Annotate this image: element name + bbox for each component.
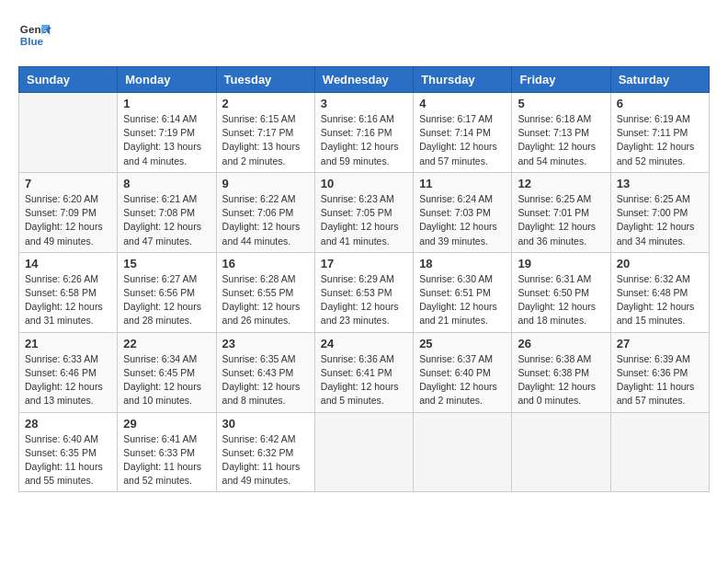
day-info: Sunrise: 6:38 AMSunset: 6:38 PMDaylight:… — [518, 352, 604, 408]
page-header: General Blue — [18, 18, 710, 52]
day-info: Sunrise: 6:34 AMSunset: 6:45 PMDaylight:… — [123, 352, 210, 408]
day-info: Sunrise: 6:26 AMSunset: 6:58 PMDaylight:… — [25, 272, 111, 328]
calendar-week-row: 7Sunrise: 6:20 AMSunset: 7:09 PMDaylight… — [19, 172, 710, 252]
day-info: Sunrise: 6:23 AMSunset: 7:05 PMDaylight:… — [321, 192, 407, 248]
day-number: 27 — [617, 337, 703, 350]
day-info: Sunrise: 6:21 AMSunset: 7:08 PMDaylight:… — [123, 192, 210, 248]
calendar-cell: 21Sunrise: 6:33 AMSunset: 6:46 PMDayligh… — [19, 332, 118, 412]
calendar-cell: 12Sunrise: 6:25 AMSunset: 7:01 PMDayligh… — [512, 172, 610, 252]
day-info: Sunrise: 6:25 AMSunset: 7:01 PMDaylight:… — [518, 192, 604, 248]
calendar-header-row: SundayMondayTuesdayWednesdayThursdayFrid… — [19, 67, 710, 93]
svg-text:Blue: Blue — [20, 35, 44, 47]
calendar-cell: 6Sunrise: 6:19 AMSunset: 7:11 PMDaylight… — [610, 93, 709, 173]
weekday-header: Friday — [512, 67, 610, 93]
day-number: 19 — [518, 257, 604, 270]
day-number: 13 — [617, 177, 703, 190]
calendar-week-row: 14Sunrise: 6:26 AMSunset: 6:58 PMDayligh… — [19, 252, 710, 332]
calendar-cell: 9Sunrise: 6:22 AMSunset: 7:06 PMDaylight… — [216, 172, 314, 252]
calendar-cell: 13Sunrise: 6:25 AMSunset: 7:00 PMDayligh… — [610, 172, 709, 252]
day-info: Sunrise: 6:31 AMSunset: 6:50 PMDaylight:… — [518, 272, 604, 328]
day-info: Sunrise: 6:28 AMSunset: 6:55 PMDaylight:… — [222, 272, 309, 328]
day-number: 8 — [123, 177, 210, 190]
day-info: Sunrise: 6:42 AMSunset: 6:32 PMDaylight:… — [222, 432, 309, 488]
day-info: Sunrise: 6:30 AMSunset: 6:51 PMDaylight:… — [419, 272, 506, 328]
day-number: 24 — [321, 337, 407, 350]
calendar-cell — [314, 412, 413, 492]
calendar-cell — [512, 412, 610, 492]
calendar-cell: 29Sunrise: 6:41 AMSunset: 6:33 PMDayligh… — [118, 412, 216, 492]
day-info: Sunrise: 6:36 AMSunset: 6:41 PMDaylight:… — [321, 352, 407, 408]
day-info: Sunrise: 6:24 AMSunset: 7:03 PMDaylight:… — [419, 192, 506, 248]
day-number: 9 — [222, 177, 309, 190]
calendar-cell: 15Sunrise: 6:27 AMSunset: 6:56 PMDayligh… — [118, 252, 216, 332]
logo: General Blue — [18, 18, 51, 52]
day-number: 3 — [321, 97, 407, 110]
day-number: 29 — [123, 417, 210, 431]
calendar-week-row: 1Sunrise: 6:14 AMSunset: 7:19 PMDaylight… — [19, 93, 710, 173]
calendar-cell: 19Sunrise: 6:31 AMSunset: 6:50 PMDayligh… — [512, 252, 610, 332]
day-number: 21 — [25, 337, 111, 350]
day-info: Sunrise: 6:37 AMSunset: 6:40 PMDaylight:… — [419, 352, 506, 408]
day-number: 18 — [419, 257, 506, 270]
calendar-cell: 20Sunrise: 6:32 AMSunset: 6:48 PMDayligh… — [610, 252, 709, 332]
day-info: Sunrise: 6:27 AMSunset: 6:56 PMDaylight:… — [123, 272, 210, 328]
calendar-cell — [414, 412, 512, 492]
calendar-cell: 4Sunrise: 6:17 AMSunset: 7:14 PMDaylight… — [414, 93, 512, 173]
day-number: 1 — [123, 97, 210, 110]
day-info: Sunrise: 6:17 AMSunset: 7:14 PMDaylight:… — [419, 112, 506, 168]
calendar-cell: 5Sunrise: 6:18 AMSunset: 7:13 PMDaylight… — [512, 93, 610, 173]
calendar-week-row: 28Sunrise: 6:40 AMSunset: 6:35 PMDayligh… — [19, 412, 710, 492]
day-number: 23 — [222, 337, 309, 350]
day-number: 28 — [25, 417, 111, 431]
calendar-cell: 26Sunrise: 6:38 AMSunset: 6:38 PMDayligh… — [512, 332, 610, 412]
calendar-cell — [610, 412, 709, 492]
day-info: Sunrise: 6:33 AMSunset: 6:46 PMDaylight:… — [25, 352, 111, 408]
calendar-cell: 10Sunrise: 6:23 AMSunset: 7:05 PMDayligh… — [314, 172, 413, 252]
day-number: 5 — [518, 97, 604, 110]
day-number: 15 — [123, 257, 210, 270]
weekday-header: Tuesday — [216, 67, 314, 93]
calendar-cell: 3Sunrise: 6:16 AMSunset: 7:16 PMDaylight… — [314, 93, 413, 173]
calendar-cell: 28Sunrise: 6:40 AMSunset: 6:35 PMDayligh… — [19, 412, 118, 492]
logo-icon: General Blue — [18, 18, 51, 52]
day-number: 12 — [518, 177, 604, 190]
calendar-cell: 1Sunrise: 6:14 AMSunset: 7:19 PMDaylight… — [118, 93, 216, 173]
day-info: Sunrise: 6:14 AMSunset: 7:19 PMDaylight:… — [123, 112, 210, 168]
day-info: Sunrise: 6:18 AMSunset: 7:13 PMDaylight:… — [518, 112, 604, 168]
calendar-cell: 23Sunrise: 6:35 AMSunset: 6:43 PMDayligh… — [216, 332, 314, 412]
day-number: 2 — [222, 97, 309, 110]
weekday-header: Monday — [118, 67, 216, 93]
calendar-cell: 24Sunrise: 6:36 AMSunset: 6:41 PMDayligh… — [314, 332, 413, 412]
calendar-cell: 30Sunrise: 6:42 AMSunset: 6:32 PMDayligh… — [216, 412, 314, 492]
calendar-cell — [19, 93, 118, 173]
day-info: Sunrise: 6:15 AMSunset: 7:17 PMDaylight:… — [222, 112, 309, 168]
calendar-cell: 7Sunrise: 6:20 AMSunset: 7:09 PMDaylight… — [19, 172, 118, 252]
day-number: 14 — [25, 257, 111, 270]
day-info: Sunrise: 6:35 AMSunset: 6:43 PMDaylight:… — [222, 352, 309, 408]
day-info: Sunrise: 6:29 AMSunset: 6:53 PMDaylight:… — [321, 272, 407, 328]
day-info: Sunrise: 6:41 AMSunset: 6:33 PMDaylight:… — [123, 432, 210, 488]
day-number: 30 — [222, 417, 309, 431]
day-info: Sunrise: 6:40 AMSunset: 6:35 PMDaylight:… — [25, 432, 111, 488]
day-number: 6 — [617, 97, 703, 110]
calendar-table: SundayMondayTuesdayWednesdayThursdayFrid… — [18, 66, 710, 492]
day-number: 10 — [321, 177, 407, 190]
day-number: 26 — [518, 337, 604, 350]
day-number: 25 — [419, 337, 506, 350]
day-number: 22 — [123, 337, 210, 350]
calendar-cell: 8Sunrise: 6:21 AMSunset: 7:08 PMDaylight… — [118, 172, 216, 252]
day-info: Sunrise: 6:22 AMSunset: 7:06 PMDaylight:… — [222, 192, 309, 248]
day-number: 7 — [25, 177, 111, 190]
calendar-cell: 17Sunrise: 6:29 AMSunset: 6:53 PMDayligh… — [314, 252, 413, 332]
calendar-cell: 18Sunrise: 6:30 AMSunset: 6:51 PMDayligh… — [414, 252, 512, 332]
calendar-week-row: 21Sunrise: 6:33 AMSunset: 6:46 PMDayligh… — [19, 332, 710, 412]
calendar-cell: 22Sunrise: 6:34 AMSunset: 6:45 PMDayligh… — [118, 332, 216, 412]
day-number: 4 — [419, 97, 506, 110]
calendar-cell: 27Sunrise: 6:39 AMSunset: 6:36 PMDayligh… — [610, 332, 709, 412]
day-number: 16 — [222, 257, 309, 270]
calendar-cell: 16Sunrise: 6:28 AMSunset: 6:55 PMDayligh… — [216, 252, 314, 332]
day-number: 20 — [617, 257, 703, 270]
day-info: Sunrise: 6:20 AMSunset: 7:09 PMDaylight:… — [25, 192, 111, 248]
day-info: Sunrise: 6:25 AMSunset: 7:00 PMDaylight:… — [617, 192, 703, 248]
day-number: 11 — [419, 177, 506, 190]
